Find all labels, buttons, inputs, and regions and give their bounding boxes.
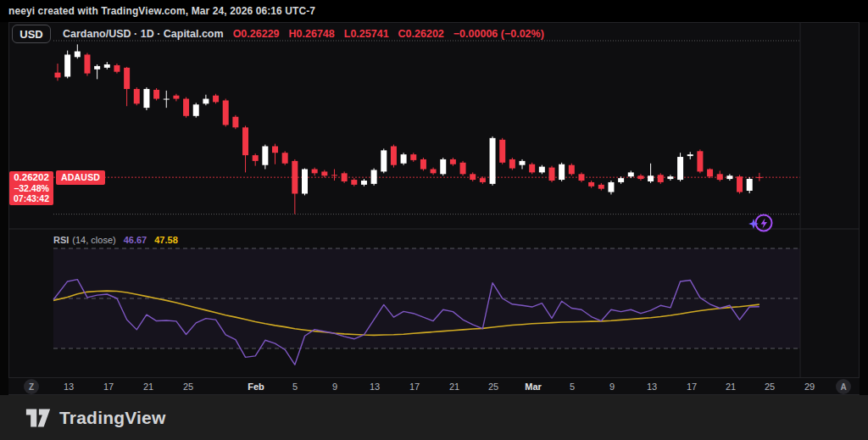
candle-body bbox=[707, 170, 713, 177]
candle-body bbox=[262, 147, 268, 165]
candle-body bbox=[618, 178, 624, 182]
candle-body bbox=[490, 138, 496, 184]
candle-body bbox=[183, 99, 189, 116]
rsi-params: (14, close) bbox=[72, 235, 115, 245]
candle-body bbox=[450, 159, 456, 164]
price-label-countdown: 07:43:42 bbox=[9, 193, 53, 203]
candle-body bbox=[232, 117, 238, 128]
candle-body bbox=[628, 172, 634, 176]
candle-body bbox=[242, 127, 248, 155]
candle-body bbox=[480, 178, 486, 182]
symbol-legend: Cardano/USD · 1D · Capital.com O0.26229 … bbox=[63, 28, 544, 40]
time-axis-label: 5 bbox=[570, 382, 575, 392]
time-axis-label: 17 bbox=[687, 382, 697, 392]
candle-body bbox=[213, 96, 219, 103]
candle-body bbox=[342, 173, 348, 181]
time-axis-label: 17 bbox=[103, 382, 114, 392]
price-label-box: 0.26202 −32.48% 07:43:42 bbox=[9, 171, 53, 205]
legend-low-value: L0.25741 bbox=[344, 28, 389, 40]
time-axis-label: 13 bbox=[647, 382, 657, 392]
tradingview-chart-screenshot: neeyi created with TradingView.com, Mar … bbox=[0, 0, 868, 440]
price-label-change: −32.48% bbox=[9, 183, 53, 193]
time-axis-label: 17 bbox=[409, 382, 420, 392]
candle-body bbox=[658, 175, 664, 182]
candle-body bbox=[687, 154, 693, 156]
candle-body bbox=[637, 175, 643, 179]
candle-body bbox=[529, 164, 535, 173]
candle-body bbox=[431, 170, 437, 174]
candle-body bbox=[351, 180, 357, 185]
candle-body bbox=[737, 176, 743, 192]
candle-body bbox=[756, 177, 762, 178]
candle-body bbox=[124, 68, 130, 89]
time-axis-label: 25 bbox=[488, 382, 498, 392]
tradingview-logo[interactable]: TradingView bbox=[25, 407, 166, 429]
candle-body bbox=[677, 157, 683, 180]
candle-body bbox=[747, 179, 753, 191]
candle-body bbox=[499, 140, 505, 163]
tradingview-logo-icon bbox=[25, 407, 51, 429]
candle-body bbox=[282, 153, 288, 164]
candle-body bbox=[588, 182, 594, 187]
candle-body bbox=[569, 165, 575, 175]
rsi-indicator-legend[interactable]: RSI (14, close) 46.67 47.58 bbox=[53, 235, 178, 245]
candle-body bbox=[173, 96, 179, 99]
time-axis-label: 21 bbox=[143, 382, 153, 392]
candle-body bbox=[391, 147, 397, 165]
chart-plot-area[interactable] bbox=[0, 0, 868, 440]
time-axis[interactable]: Z A 13172125Feb5913172125Mar591317212529 bbox=[8, 377, 860, 394]
candle-body bbox=[321, 171, 327, 175]
rsi-title: RSI bbox=[53, 235, 69, 245]
candle-body bbox=[539, 167, 545, 173]
candle-body bbox=[153, 90, 159, 99]
candle-body bbox=[371, 170, 377, 183]
candle-body bbox=[410, 154, 416, 160]
candle-body bbox=[84, 54, 90, 73]
candle-body bbox=[509, 159, 515, 169]
candle-body bbox=[420, 159, 426, 170]
candle-body bbox=[381, 150, 387, 171]
time-axis-label: 21 bbox=[449, 382, 459, 392]
candle-body bbox=[94, 66, 100, 70]
candle-body bbox=[401, 154, 407, 164]
candle-body bbox=[143, 89, 149, 108]
time-axis-label: 29 bbox=[804, 382, 815, 392]
candle-body bbox=[272, 147, 278, 153]
candle-body bbox=[726, 175, 732, 179]
legend-high-value: H0.26748 bbox=[289, 28, 335, 40]
time-axis-label: 9 bbox=[609, 382, 615, 392]
rsi-ma-value: 47.58 bbox=[154, 235, 178, 245]
candle-body bbox=[302, 170, 308, 194]
time-axis-label: 21 bbox=[726, 382, 736, 392]
time-axis-label: 25 bbox=[765, 382, 775, 392]
candle-body bbox=[114, 65, 120, 72]
legend-row: USD Cardano/USD · 1D · Capital.com O0.26… bbox=[8, 24, 544, 44]
candle-body bbox=[697, 151, 703, 171]
time-axis-label: 13 bbox=[64, 382, 74, 392]
candle-body bbox=[717, 174, 723, 180]
candle-body bbox=[64, 54, 70, 76]
scroll-right-button[interactable]: A bbox=[836, 379, 851, 394]
candle-body bbox=[549, 168, 555, 181]
time-axis-label: 25 bbox=[183, 382, 193, 392]
currency-button[interactable]: USD bbox=[12, 25, 51, 43]
candle-body bbox=[608, 182, 614, 192]
price-label-value: 0.26202 bbox=[9, 172, 53, 183]
time-axis-label: 9 bbox=[332, 382, 337, 392]
time-axis-month-label: Mar bbox=[525, 382, 542, 392]
attribution-text: neeyi created with TradingView.com, Mar … bbox=[8, 5, 315, 17]
footer-bar: TradingView bbox=[0, 395, 868, 440]
candle-body bbox=[134, 89, 140, 103]
legend-close-value: C0.26202 bbox=[398, 28, 444, 40]
scroll-left-button[interactable]: Z bbox=[24, 379, 39, 394]
time-axis-label: 13 bbox=[370, 382, 380, 392]
symbol-title[interactable]: Cardano/USD · 1D · Capital.com bbox=[63, 28, 224, 40]
candle-body bbox=[55, 73, 61, 78]
candle-body bbox=[460, 163, 466, 175]
candle-body bbox=[203, 99, 209, 104]
candle-body bbox=[312, 170, 318, 174]
candle-body bbox=[440, 159, 446, 174]
time-axis-label: 5 bbox=[292, 382, 298, 392]
boost-icon[interactable] bbox=[748, 212, 773, 236]
candle-body bbox=[520, 161, 526, 165]
